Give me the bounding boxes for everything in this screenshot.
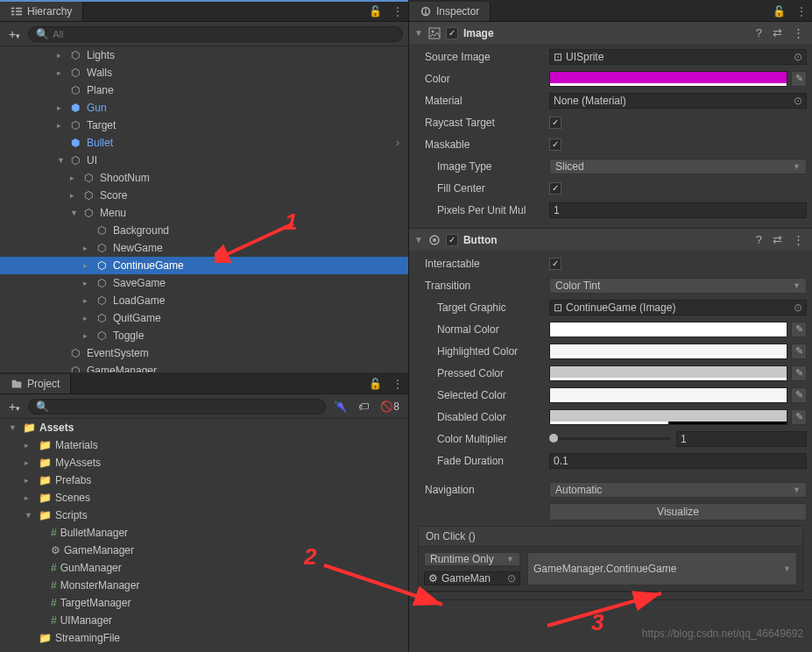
filter-type-icon[interactable]: 🌂 (330, 399, 350, 415)
help-icon[interactable]: ? (753, 233, 765, 246)
lock-icon[interactable]: 🔓 (364, 2, 387, 21)
color-multiplier-slider[interactable]: 1 (549, 431, 807, 447)
project-search-input[interactable]: 🔍 (28, 399, 326, 415)
menu-item[interactable]: ▼⬡Menu (0, 204, 408, 222)
source-image-field[interactable]: ⊡UISprite⊙ (549, 49, 807, 65)
menu-icon[interactable]: ⋮ (790, 233, 807, 246)
color-field[interactable] (549, 71, 787, 87)
material-field[interactable]: None (Material)⊙ (549, 93, 807, 109)
streamingfile-folder[interactable]: 📁StreamingFile (0, 629, 408, 647)
lock-icon[interactable]: 🔓 (364, 374, 387, 393)
object-picker-icon[interactable]: ⊙ (794, 95, 802, 107)
targetmanager-script[interactable]: #TargetManager (0, 594, 408, 612)
selected-color-field[interactable] (549, 387, 787, 403)
project-tab[interactable]: Project (0, 374, 71, 393)
gameobject-icon: ⬡ (71, 154, 83, 167)
continuegame-item[interactable]: ▸⬡ContinueGame (0, 257, 408, 274)
disabled-color-field[interactable] (549, 409, 787, 425)
hierarchy-icon (11, 5, 23, 18)
eyedropper-icon[interactable]: ✎ (791, 71, 807, 87)
menu-icon[interactable]: ⋮ (791, 2, 812, 21)
scripts-folder[interactable]: ▼📁Scripts (0, 507, 408, 524)
fade-duration-field[interactable]: 0.1 (549, 453, 807, 469)
assets-folder[interactable]: ▼📁Assets (0, 419, 408, 436)
normal-color-field[interactable] (549, 322, 787, 337)
chevron-right-icon[interactable]: › (396, 137, 408, 149)
image-component-icon (428, 27, 441, 39)
onclick-target-field[interactable]: ⚙GameMan⊙ (424, 571, 520, 585)
gamemanager-asset[interactable]: ⚙GameManager (0, 542, 408, 559)
score-item[interactable]: ▸⬡Score (0, 187, 408, 204)
ppu-field[interactable]: 1 (549, 202, 807, 218)
target-graphic-field[interactable]: ⊡ContinueGame (Image)⊙ (549, 300, 807, 315)
gameobject-icon: ⬡ (97, 330, 109, 342)
transition-dropdown[interactable]: Color Tint▼ (549, 278, 807, 294)
gamemanager-item[interactable]: ⬡GameManager (0, 362, 408, 372)
help-icon[interactable]: ? (753, 26, 765, 39)
gunmanager-script[interactable]: #GunManager (0, 559, 408, 577)
object-picker-icon[interactable]: ⊙ (794, 51, 802, 63)
image-component-header[interactable]: ▼ ✓ Image ? ⇄ ⋮ (409, 22, 812, 44)
eyedropper-icon[interactable]: ✎ (791, 387, 807, 403)
quitgame-item[interactable]: ▸⬡QuitGame (0, 309, 408, 327)
fillcenter-checkbox[interactable]: ✓ (549, 182, 561, 195)
toggle-item[interactable]: ▸⬡Toggle (0, 327, 408, 344)
folder-icon: 📁 (39, 474, 52, 486)
image-icon: ⊡ (554, 301, 562, 314)
loadgame-item[interactable]: ▸⬡LoadGame (0, 292, 408, 309)
add-button[interactable]: +▾ (5, 25, 24, 43)
hierarchy-search-input[interactable]: 🔍 (28, 26, 403, 42)
visualize-button[interactable]: Visualize (549, 503, 807, 521)
svg-rect-0 (11, 8, 15, 10)
gun-item[interactable]: ▸⬢Gun (0, 99, 408, 117)
add-button[interactable]: +▾ (5, 398, 24, 415)
eyedropper-icon[interactable]: ✎ (791, 322, 807, 337)
eyedropper-icon[interactable]: ✎ (791, 365, 807, 381)
shootnum-item[interactable]: ▸⬡ShootNum (0, 169, 408, 187)
inspector-tab[interactable]: Inspector (409, 2, 491, 21)
lights-item[interactable]: ▸⬡Lights (0, 46, 408, 64)
object-picker-icon[interactable]: ⊙ (507, 572, 516, 585)
bullet-item[interactable]: ⬢Bullet› (0, 134, 408, 152)
materials-folder[interactable]: ▸📁Materials (0, 436, 408, 454)
target-item[interactable]: ▸⬡Target (0, 117, 408, 134)
eventsystem-item[interactable]: ⬡EventSystem (0, 344, 408, 362)
image-enabled-checkbox[interactable]: ✓ (446, 27, 458, 39)
interactable-checkbox[interactable]: ✓ (549, 258, 561, 270)
button-enabled-checkbox[interactable]: ✓ (446, 234, 458, 246)
preset-icon[interactable]: ⇄ (770, 26, 785, 39)
savegame-item[interactable]: ▸⬡SaveGame (0, 274, 408, 292)
menu-icon[interactable]: ⋮ (387, 374, 408, 393)
bulletmanager-script[interactable]: #BulletManager (0, 524, 408, 542)
runtime-dropdown[interactable]: Runtime Only▼ (424, 552, 520, 566)
raycast-checkbox[interactable]: ✓ (549, 117, 561, 129)
button-component-header[interactable]: ▼ ✓ Button ? ⇄ ⋮ (409, 229, 812, 251)
object-picker-icon[interactable]: ⊙ (794, 301, 802, 314)
highlighted-color-field[interactable] (549, 344, 787, 359)
monstermanager-script[interactable]: #MonsterManager (0, 577, 408, 594)
eyedropper-icon[interactable]: ✎ (791, 344, 807, 359)
image-type-dropdown[interactable]: Sliced▼ (549, 159, 807, 174)
prefabs-folder[interactable]: ▸📁Prefabs (0, 471, 408, 489)
svg-point-10 (431, 30, 434, 32)
visibility-icon[interactable]: 🚫8 (377, 399, 403, 415)
ui-item[interactable]: ▼⬡UI (0, 152, 408, 169)
lock-icon[interactable]: 🔓 (767, 2, 791, 21)
maskable-checkbox[interactable]: ✓ (549, 138, 561, 151)
pressed-color-field[interactable] (549, 365, 787, 381)
newgame-item[interactable]: ▸⬡NewGame (0, 239, 408, 257)
uimanager-script[interactable]: #UIManager (0, 612, 408, 629)
eyedropper-icon[interactable]: ✎ (791, 409, 807, 425)
filter-label-icon[interactable]: 🏷 (355, 399, 372, 415)
onclick-method-dropdown[interactable]: GameManager.ContinueGame▼ (527, 552, 797, 585)
scenes-folder[interactable]: ▸📁Scenes (0, 489, 408, 507)
preset-icon[interactable]: ⇄ (770, 233, 785, 246)
walls-item[interactable]: ▸⬡Walls (0, 64, 408, 82)
menu-icon[interactable]: ⋮ (387, 2, 408, 21)
hierarchy-tab[interactable]: Hierarchy (0, 2, 83, 21)
myassets-folder[interactable]: ▸📁MyAssets (0, 454, 408, 471)
menu-icon[interactable]: ⋮ (790, 26, 807, 39)
background-item[interactable]: ⬡Background (0, 222, 408, 239)
plane-item[interactable]: ⬡Plane (0, 82, 408, 99)
navigation-dropdown[interactable]: Automatic▼ (549, 482, 807, 498)
